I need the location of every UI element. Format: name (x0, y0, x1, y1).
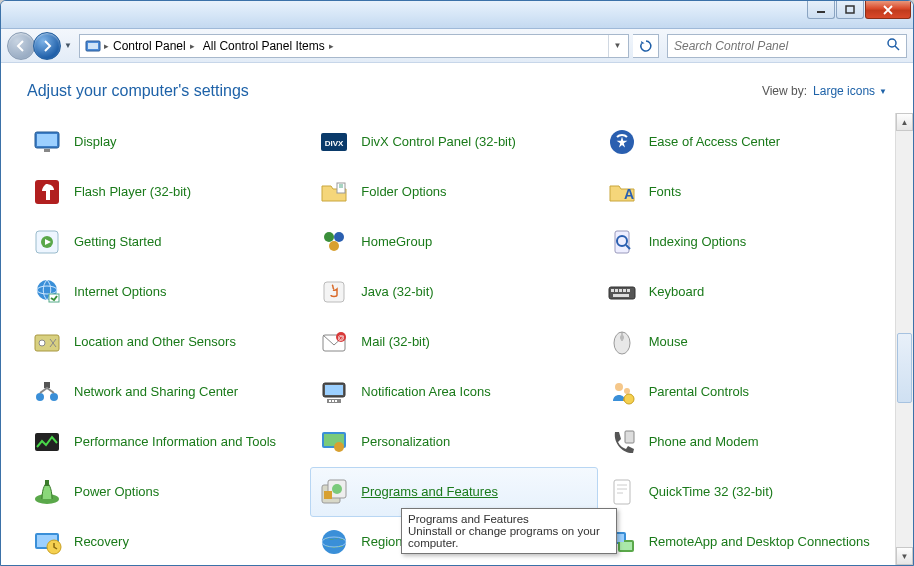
minimize-icon (815, 5, 827, 15)
maximize-button[interactable] (836, 1, 864, 19)
item-label: Indexing Options (649, 234, 747, 250)
nav-buttons: ▼ (7, 32, 75, 60)
cpl-item-divx[interactable]: DIVXDivX Control Panel (32-bit) (310, 117, 597, 167)
cpl-item-perf[interactable]: Performance Information and Tools (23, 417, 310, 467)
cpl-item-java[interactable]: Java (32-bit) (310, 267, 597, 317)
mail-icon: @ (317, 325, 351, 359)
svg-point-57 (334, 442, 344, 452)
homegroup-icon (317, 225, 351, 259)
item-label: Notification Area Icons (361, 384, 490, 400)
cpl-item-ease[interactable]: Ease of Access Center (598, 117, 885, 167)
svg-rect-7 (37, 134, 57, 146)
svg-rect-65 (614, 480, 630, 504)
svg-point-19 (329, 241, 339, 251)
cpl-item-remote[interactable]: RemoteApp and Desktop Connections (598, 517, 885, 565)
svg-rect-27 (609, 287, 635, 299)
breadcrumb-all-items[interactable]: All Control Panel Items ▸ (199, 35, 338, 57)
view-by-dropdown[interactable]: Large icons ▼ (813, 84, 887, 98)
breadcrumb-control-panel[interactable]: Control Panel ▸ (109, 35, 199, 57)
cpl-item-personal[interactable]: Personalization (310, 417, 597, 467)
cpl-item-fonts[interactable]: AFonts (598, 167, 885, 217)
svg-line-5 (895, 46, 899, 50)
back-arrow-icon (14, 39, 28, 53)
back-button[interactable] (7, 32, 35, 60)
svg-rect-41 (620, 335, 624, 340)
phone-icon (605, 425, 639, 459)
breadcrumb-label: Control Panel (113, 39, 186, 53)
cpl-item-notif[interactable]: Notification Area Icons (310, 367, 597, 417)
cpl-item-start[interactable]: Getting Started (23, 217, 310, 267)
item-label: HomeGroup (361, 234, 432, 250)
scroll-thumb[interactable] (897, 333, 912, 403)
item-label: Java (32-bit) (361, 284, 433, 300)
svg-rect-50 (335, 400, 337, 402)
minimize-button[interactable] (807, 1, 835, 19)
cpl-item-power[interactable]: Power Options (23, 467, 310, 517)
search-box[interactable] (667, 34, 907, 58)
cpl-item-index[interactable]: Indexing Options (598, 217, 885, 267)
cpl-item-flash[interactable]: Flash Player (32-bit) (23, 167, 310, 217)
item-label: Performance Information and Tools (74, 434, 276, 450)
forward-button[interactable] (33, 32, 61, 60)
cpl-item-parental[interactable]: Parental Controls (598, 367, 885, 417)
breadcrumb-arrow-icon: ▸ (329, 41, 334, 51)
qt-icon (605, 475, 639, 509)
cpl-item-display[interactable]: Display (23, 117, 310, 167)
search-input[interactable] (674, 39, 886, 53)
control-panel-icon (84, 37, 102, 55)
scroll-up-button[interactable]: ▲ (896, 113, 913, 131)
java-icon (317, 275, 351, 309)
svg-rect-64 (324, 491, 332, 499)
view-by-label: View by: (762, 84, 807, 98)
internet-icon (30, 275, 64, 309)
item-label: Power Options (74, 484, 159, 500)
power-icon (30, 475, 64, 509)
ease-icon (605, 125, 639, 159)
item-label: Location and Other Sensors (74, 334, 236, 350)
item-label: Keyboard (649, 284, 705, 300)
cpl-item-mail[interactable]: @Mail (32-bit) (310, 317, 597, 367)
breadcrumb-dropdown[interactable]: ▼ (608, 35, 626, 57)
cpl-item-homegroup[interactable]: HomeGroup (310, 217, 597, 267)
parental-icon (605, 375, 639, 409)
breadcrumb-arrow-icon: ▸ (190, 41, 195, 51)
notif-icon (317, 375, 351, 409)
keyboard-icon (605, 275, 639, 309)
location-icon (30, 325, 64, 359)
cpl-item-keyboard[interactable]: Keyboard (598, 267, 885, 317)
perf-icon (30, 425, 64, 459)
forward-arrow-icon (40, 39, 54, 53)
programs-icon (317, 475, 351, 509)
scroll-down-button[interactable]: ▼ (896, 547, 913, 565)
index-icon (605, 225, 639, 259)
cpl-item-location[interactable]: Location and Other Sensors (23, 317, 310, 367)
cpl-item-recovery[interactable]: Recovery (23, 517, 310, 565)
svg-rect-46 (325, 385, 343, 395)
cpl-item-qt[interactable]: QuickTime 32 (32-bit) (598, 467, 885, 517)
svg-rect-30 (619, 289, 622, 292)
breadcrumb[interactable]: ▸ Control Panel ▸ All Control Panel Item… (79, 34, 629, 58)
region-icon (317, 525, 351, 559)
display-icon (30, 125, 64, 159)
close-button[interactable] (865, 1, 911, 19)
recovery-icon (30, 525, 64, 559)
cpl-item-phone[interactable]: Phone and Modem (598, 417, 885, 467)
cpl-item-folder[interactable]: Folder Options (310, 167, 597, 217)
tooltip-title: Programs and Features (408, 513, 610, 525)
svg-rect-74 (620, 542, 632, 550)
nav-history-dropdown[interactable]: ▼ (61, 36, 75, 56)
svg-point-69 (322, 530, 346, 554)
personal-icon (317, 425, 351, 459)
item-label: Fonts (649, 184, 682, 200)
items-grid: DisplayDIVXDivX Control Panel (32-bit)Ea… (1, 113, 895, 565)
svg-point-51 (615, 383, 623, 391)
cpl-item-internet[interactable]: Internet Options (23, 267, 310, 317)
item-label: Parental Controls (649, 384, 749, 400)
refresh-button[interactable] (633, 34, 659, 58)
vertical-scrollbar[interactable]: ▲ ▼ (895, 113, 913, 565)
item-label: Getting Started (74, 234, 161, 250)
address-bar: ▼ ▸ Control Panel ▸ All Control Panel It… (1, 29, 913, 63)
cpl-item-mouse[interactable]: Mouse (598, 317, 885, 367)
cpl-item-network[interactable]: Network and Sharing Center (23, 367, 310, 417)
svg-rect-58 (625, 431, 634, 443)
